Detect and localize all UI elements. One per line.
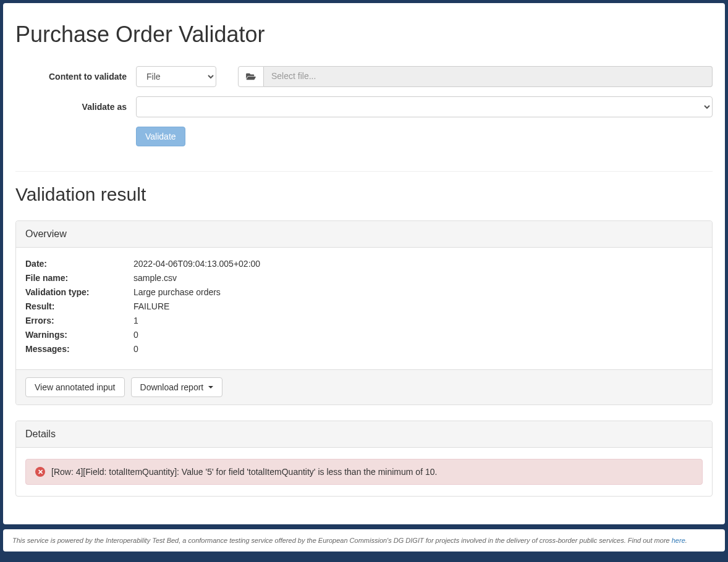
overview-validation-type-value: Large purchase orders <box>133 287 703 297</box>
footer-text-after: . <box>685 537 687 544</box>
overview-panel: Overview Date: 2022-04-06T09:04:13.005+0… <box>15 220 713 405</box>
folder-open-icon <box>246 72 256 81</box>
content-type-select[interactable]: File <box>136 66 216 87</box>
overview-messages-row: Messages: 0 <box>25 344 703 354</box>
validate-as-row: Validate as <box>15 96 713 117</box>
details-body: ✕ [Row: 4][Field: totalItemQuantity]: Va… <box>16 448 712 496</box>
overview-validation-type-row: Validation type: Large purchase orders <box>25 287 703 297</box>
details-panel: Details ✕ [Row: 4][Field: totalItemQuant… <box>15 421 713 497</box>
overview-filename-value: sample.csv <box>133 273 703 283</box>
file-placeholder-text[interactable]: Select file... <box>264 66 713 87</box>
overview-warnings-row: Warnings: 0 <box>25 330 703 340</box>
download-report-label: Download report <box>140 382 204 392</box>
validation-result-title: Validation result <box>15 184 713 205</box>
validate-as-controls <box>136 96 713 117</box>
overview-errors-row: Errors: 1 <box>25 316 703 325</box>
content-validate-row: Content to validate File Select file... <box>15 66 713 87</box>
overview-warnings-value: 0 <box>133 330 703 340</box>
validate-button-row: Validate <box>136 127 713 146</box>
overview-heading: Overview <box>16 221 712 248</box>
download-report-button[interactable]: Download report <box>131 377 223 397</box>
footer-link[interactable]: here <box>672 537 685 544</box>
overview-date-label: Date: <box>25 259 133 269</box>
overview-messages-value: 0 <box>133 344 703 354</box>
overview-filename-row: File name: sample.csv <box>25 273 703 283</box>
overview-footer: View annotated input Download report <box>16 369 712 405</box>
overview-validation-type-label: Validation type: <box>25 287 133 297</box>
chevron-down-icon <box>208 386 213 388</box>
validate-as-select[interactable] <box>136 96 713 117</box>
content-validate-controls: File Select file... <box>136 66 713 87</box>
overview-errors-label: Errors: <box>25 316 133 325</box>
file-browse-button[interactable] <box>238 66 264 87</box>
overview-body: Date: 2022-04-06T09:04:13.005+02:00 File… <box>16 248 712 369</box>
validate-as-label: Validate as <box>15 102 136 112</box>
error-message-text: [Row: 4][Field: totalItemQuantity]: Valu… <box>51 467 437 477</box>
overview-result-value: FAILURE <box>133 301 703 311</box>
page-title: Purchase Order Validator <box>15 22 713 48</box>
overview-warnings-label: Warnings: <box>25 330 133 340</box>
view-annotated-button[interactable]: View annotated input <box>25 377 125 397</box>
overview-errors-value: 1 <box>133 316 703 325</box>
main-content: Purchase Order Validator Content to vali… <box>3 3 725 524</box>
overview-result-row: Result: FAILURE <box>25 301 703 311</box>
overview-messages-label: Messages: <box>25 344 133 354</box>
details-heading: Details <box>16 421 712 448</box>
overview-date-value: 2022-04-06T09:04:13.005+02:00 <box>133 259 703 269</box>
footer-text-before: This service is powered by the Interoper… <box>12 537 672 544</box>
error-icon: ✕ <box>35 467 45 477</box>
footer: This service is powered by the Interoper… <box>3 529 725 552</box>
file-input-group: Select file... <box>238 66 713 87</box>
overview-filename-label: File name: <box>25 273 133 283</box>
overview-date-row: Date: 2022-04-06T09:04:13.005+02:00 <box>25 259 703 269</box>
overview-result-label: Result: <box>25 301 133 311</box>
error-alert: ✕ [Row: 4][Field: totalItemQuantity]: Va… <box>25 459 703 485</box>
validate-button[interactable]: Validate <box>136 127 185 146</box>
content-validate-label: Content to validate <box>15 72 136 82</box>
divider <box>15 171 713 172</box>
